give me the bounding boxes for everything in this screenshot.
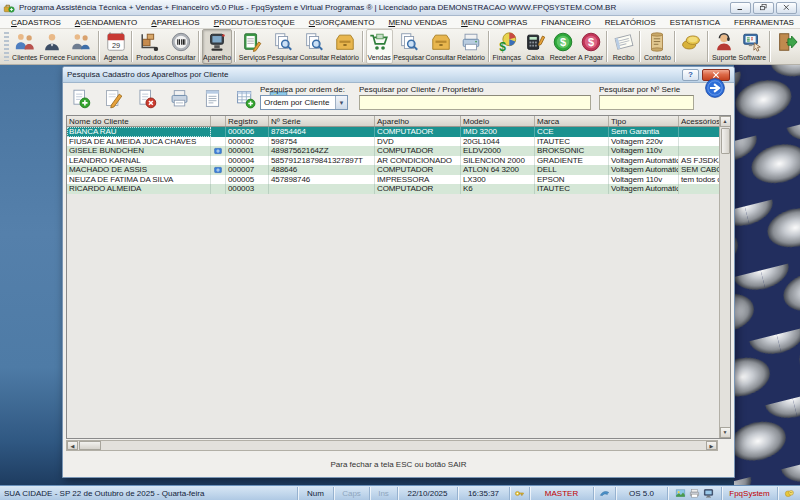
horizontal-scrollbar[interactable]: ◀ ▶ bbox=[66, 440, 718, 451]
column-header-photo[interactable] bbox=[211, 116, 226, 126]
search-client-label: Pesquisar por Cliente / Proprietário bbox=[359, 85, 591, 94]
order-by-select[interactable]: Ordem por Cliente ▼ bbox=[260, 95, 348, 110]
toolbar-button-servicos[interactable]: Serviços bbox=[238, 29, 267, 64]
menu-menu-vendas[interactable]: MENU VENDAS bbox=[381, 18, 454, 27]
column-header-tipo[interactable]: Tipo bbox=[609, 116, 679, 126]
menu-produto-estoque[interactable]: PRODUTO/ESTOQUE bbox=[207, 18, 302, 27]
coins-icon bbox=[680, 31, 702, 53]
menu-menu-compras[interactable]: MENU COMPRAS bbox=[454, 18, 534, 27]
column-header-registro[interactable]: Registro bbox=[226, 116, 269, 126]
toolbar-button-a-pagar[interactable]: $A Pagar bbox=[577, 29, 604, 64]
edit-button[interactable] bbox=[99, 85, 127, 112]
toolbar-button-pesquisar[interactable]: Pesquisar bbox=[267, 29, 299, 64]
cell-serie: 87854464 bbox=[269, 127, 375, 137]
menu-cadastros[interactable]: CADASTROS bbox=[4, 18, 68, 27]
column-header-n-serie[interactable]: Nº Série bbox=[269, 116, 375, 126]
search-go-button[interactable] bbox=[704, 77, 726, 99]
svg-text:29: 29 bbox=[112, 41, 120, 50]
toolbar-button-fornece[interactable]: Fornece bbox=[38, 29, 66, 64]
toolbar-button-consultar[interactable]: Consultar bbox=[165, 29, 196, 64]
scroll-down-button[interactable]: ▼ bbox=[720, 427, 731, 438]
toolbar-button-produtos[interactable]: Produtos bbox=[135, 29, 165, 64]
horizontal-scroll-thumb[interactable] bbox=[79, 441, 101, 450]
window-titlebar[interactable]: Pesquisa Cadastro dos Aparelhos por Clie… bbox=[63, 67, 734, 83]
menu-ferramentas[interactable]: FERRAMENTAS bbox=[727, 18, 800, 27]
column-header-aparelho[interactable]: Aparelho bbox=[375, 116, 461, 126]
toolbar-button-aparelho[interactable]: Aparelho bbox=[202, 29, 232, 64]
statusbar: SUA CIDADE - SP 22 de Outubro de 2025 - … bbox=[0, 485, 800, 500]
svg-text:$: $ bbox=[588, 36, 594, 48]
vertical-scroll-thumb[interactable] bbox=[721, 128, 730, 154]
table-row[interactable]: GISELE BUNDCHEN00000148987562164ZZCOMPUT… bbox=[67, 146, 719, 156]
table-row[interactable]: RICARDO ALMEIDA000003COMPUTADORK6ITAUTEC… bbox=[67, 184, 719, 194]
close-button[interactable] bbox=[776, 2, 797, 14]
cell-tipo: Voltagem Automática bbox=[609, 156, 679, 166]
toolbar-button-funciona[interactable]: Funciona bbox=[66, 29, 96, 64]
delete-button[interactable] bbox=[132, 85, 160, 112]
adddoc-icon bbox=[70, 88, 91, 109]
column-header-marca[interactable]: Marca bbox=[535, 116, 609, 126]
scroll-up-button[interactable]: ▲ bbox=[720, 116, 731, 127]
toolbar-button-recibo[interactable]: Recibo bbox=[610, 29, 637, 64]
printer-icon[interactable] bbox=[689, 488, 700, 499]
toolbar-button-software[interactable]: Software bbox=[738, 29, 767, 64]
column-header-nome-do-cliente[interactable]: Nome do Cliente bbox=[67, 116, 211, 126]
cell-modelo: IMD 3200 bbox=[461, 127, 535, 137]
toolbar-button-consultar[interactable]: Consultar bbox=[425, 29, 456, 64]
deldoc-icon bbox=[136, 88, 157, 109]
add-button[interactable] bbox=[66, 85, 94, 112]
help-button[interactable]: ? bbox=[682, 69, 699, 81]
toolbar-button-exit[interactable] bbox=[773, 29, 800, 64]
column-header-acessorios[interactable]: Acessórios bbox=[679, 116, 719, 126]
print-button[interactable] bbox=[165, 85, 193, 112]
menu-estatistica[interactable]: ESTATISTICA bbox=[663, 18, 727, 27]
gridadd-icon bbox=[235, 88, 256, 109]
search-client-input[interactable] bbox=[359, 95, 591, 110]
cell-tipo: Sem Garantia bbox=[609, 127, 679, 137]
export-grid-button[interactable] bbox=[231, 85, 259, 112]
report-button[interactable] bbox=[198, 85, 226, 112]
toolbar-button-label: Receber bbox=[550, 53, 576, 62]
column-header-modelo[interactable]: Modelo bbox=[461, 116, 535, 126]
table-row[interactable]: BIANCA RAU00000687854464COMPUTADORIMD 32… bbox=[67, 127, 719, 137]
minimize-button[interactable] bbox=[730, 2, 751, 14]
search-serial-input[interactable] bbox=[599, 95, 694, 110]
toolbar-button-receber[interactable]: $Receber bbox=[549, 29, 577, 64]
scroll-right-button[interactable]: ▶ bbox=[706, 441, 717, 450]
cell-marca: EPSON bbox=[535, 175, 609, 185]
chevron-down-icon[interactable]: ▼ bbox=[335, 96, 347, 109]
menubar: CADASTROSAGENDAMENTOAPARELHOSPRODUTO/EST… bbox=[0, 16, 800, 29]
toolbar-button-suporte[interactable]: Suporte bbox=[711, 29, 738, 64]
menu-financeiro[interactable]: FINANCEIRO bbox=[534, 18, 597, 27]
toolbar-button-pesquisar[interactable]: Pesquisar bbox=[393, 29, 425, 64]
menu-os-orcamento[interactable]: OS/ORÇAMENTO bbox=[302, 18, 382, 27]
toolbar-button-vendas[interactable]: Vendas bbox=[366, 29, 393, 64]
restore-button[interactable] bbox=[753, 2, 774, 14]
toolbar-button-coins[interactable] bbox=[678, 29, 705, 64]
toolbar-button-caixa[interactable]: Caixa bbox=[522, 29, 549, 64]
toolbar-button-contrato[interactable]: Contrato bbox=[643, 29, 672, 64]
monitor-icon[interactable] bbox=[703, 488, 714, 499]
menu-agendamento[interactable]: AGENDAMENTO bbox=[68, 18, 145, 27]
image-icon[interactable] bbox=[675, 488, 686, 499]
cell-serie bbox=[269, 184, 375, 194]
scroll-left-button[interactable]: ◀ bbox=[67, 441, 78, 450]
toolbar-button-financas[interactable]: $Finanças bbox=[492, 29, 522, 64]
cell-nome: MACHADO DE ASSIS bbox=[67, 165, 211, 175]
table-row[interactable]: FIUSA DE ALMEIDA JUCA CHAVES000002598754… bbox=[67, 137, 719, 147]
table-row[interactable]: LEANDRO KARNAL00000458579121879841327897… bbox=[67, 156, 719, 166]
toolbar-button-relatorio[interactable]: Relatório bbox=[456, 29, 486, 64]
toolbar-button-clientes[interactable]: Clientes bbox=[11, 29, 38, 64]
toolbar-button-label: Vendas bbox=[367, 53, 390, 62]
fornece-icon bbox=[41, 31, 63, 53]
vertical-scrollbar[interactable]: ▲ ▼ bbox=[719, 116, 730, 438]
cell-aparelho: COMPUTADOR bbox=[375, 127, 461, 137]
table-row[interactable]: NEUZA DE FATIMA DA SILVA000005457898746I… bbox=[67, 175, 719, 185]
toolbar-button-relatorio[interactable]: Relatório bbox=[330, 29, 360, 64]
toolbar-button-consultar[interactable]: Consultar bbox=[299, 29, 330, 64]
menu-aparelhos[interactable]: APARELHOS bbox=[144, 18, 206, 27]
toolbar-button-agenda[interactable]: 29Agenda bbox=[102, 29, 129, 64]
menu-relatorios[interactable]: RELATÓRIOS bbox=[598, 18, 663, 27]
toolbar-button-label: A Pagar bbox=[578, 53, 603, 62]
table-row[interactable]: MACHADO DE ASSIS000007488646COMPUTADORAT… bbox=[67, 165, 719, 175]
